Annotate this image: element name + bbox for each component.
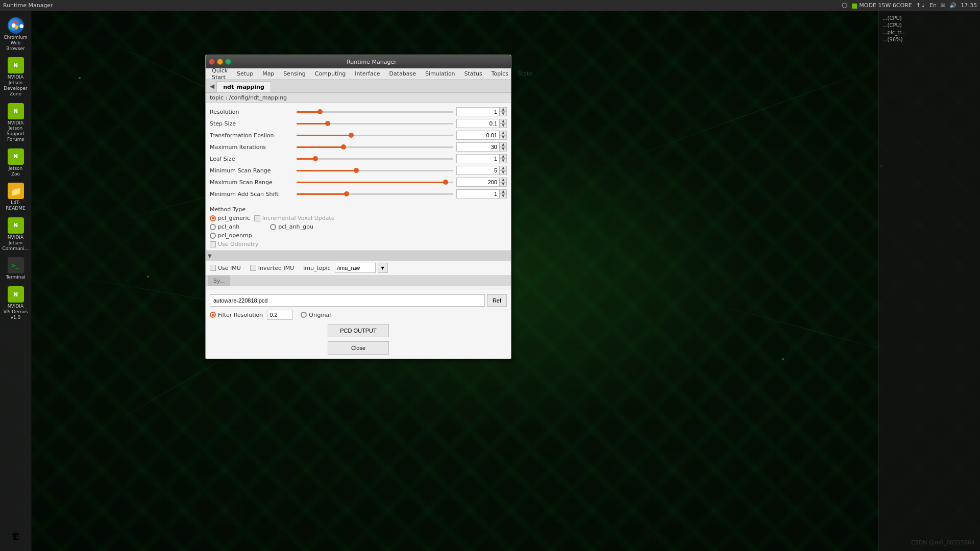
param-input-minimum-scan-range[interactable]	[456, 166, 500, 175]
tray-bluetooth[interactable]: ⬡	[842, 2, 847, 9]
param-slider-leaf-size[interactable]	[297, 155, 453, 163]
radio-original-input[interactable]	[301, 312, 307, 318]
radio-pcl-generic-input[interactable]	[210, 215, 216, 221]
spinner-up-minimum-scan-range[interactable]: ▲	[500, 166, 507, 170]
menu-quick-start[interactable]: Quick Start	[208, 66, 232, 82]
tray-volume[interactable]: 🔊	[949, 2, 957, 9]
tab-arrow-left[interactable]: ◀	[208, 82, 216, 91]
param-input-maximum-scan-range[interactable]	[456, 178, 500, 187]
checkbox-use-odometry[interactable]: Use Odometry	[210, 241, 507, 247]
checkbox-use-imu-input[interactable]	[210, 265, 216, 271]
imu-topic-dropdown[interactable]: ▼	[378, 263, 388, 273]
radio-pcl-openmp-input[interactable]	[210, 233, 216, 239]
menu-sensing[interactable]: Sensing	[279, 69, 309, 78]
imu-topic-input[interactable]	[335, 263, 376, 273]
dialog-minimize-button[interactable]: −	[217, 59, 223, 65]
checkbox-use-imu[interactable]: Use IMU	[210, 265, 241, 271]
sys-tab[interactable]: Sy...	[208, 276, 230, 286]
dock-item-trash[interactable]: 🗑	[2, 525, 30, 547]
checkbox-use-odometry-input[interactable]	[210, 241, 216, 247]
param-slider-maximum-iterations[interactable]	[297, 143, 453, 151]
param-input-step-size[interactable]	[456, 119, 500, 128]
spinner-up-step-size[interactable]: ▲	[500, 119, 507, 123]
pcd-ref-button[interactable]: Ref	[487, 294, 507, 307]
dock-item-terminal[interactable]: >_ Terminal	[2, 255, 30, 282]
param-slider-transformation-epsilon[interactable]	[297, 131, 453, 139]
spinner-down-minimum-add-scan-shift[interactable]: ▼	[500, 194, 507, 198]
param-slider-step-size[interactable]	[297, 119, 453, 128]
menu-state[interactable]: State	[513, 69, 536, 78]
menu-status[interactable]: Status	[460, 69, 486, 78]
slider-thumb[interactable]	[443, 180, 448, 185]
spinner-up-transformation-epsilon[interactable]: ▲	[500, 131, 507, 135]
dock-item-vpi[interactable]: N NVIDIAVPi Demosv1.0	[2, 284, 30, 322]
spinner-up-minimum-add-scan-shift[interactable]: ▲	[500, 189, 507, 194]
tab-ndt-mapping[interactable]: ndt_mapping	[216, 81, 271, 92]
spinner-down-maximum-iterations[interactable]: ▼	[500, 147, 507, 152]
spinner-down-transformation-epsilon[interactable]: ▼	[500, 135, 507, 140]
menu-database[interactable]: Database	[385, 69, 420, 78]
radio-filter-resolution[interactable]: Filter Resolution	[210, 312, 263, 318]
spinner-down-step-size[interactable]: ▼	[500, 123, 507, 128]
slider-thumb[interactable]	[325, 121, 330, 126]
spinner-up-resolution[interactable]: ▲	[500, 107, 507, 112]
spinner-up-maximum-scan-range[interactable]: ▲	[500, 178, 507, 182]
dock-item-jetson-zoo[interactable]: N JetsonZoo	[2, 146, 30, 179]
checkbox-incremental-voxel[interactable]: Incremental Voxel Update	[254, 215, 335, 221]
tray-language[interactable]: En	[929, 2, 937, 9]
close-button[interactable]: Close	[328, 341, 389, 355]
filter-resolution-value[interactable]	[267, 310, 292, 320]
radio-pcl-anh-gpu-input[interactable]	[270, 224, 276, 230]
menu-topics[interactable]: Topics	[487, 69, 512, 78]
dock-item-nvidia-developer[interactable]: N NVIDIAJetsonDeveloperZone	[2, 55, 30, 98]
spinner-down-leaf-size[interactable]: ▼	[500, 159, 507, 163]
spinner-down-maximum-scan-range[interactable]: ▼	[500, 182, 507, 187]
pcd-output-button[interactable]: PCD OUTPUT	[328, 324, 389, 337]
tray-mail[interactable]: ✉	[941, 2, 945, 9]
param-input-transformation-epsilon[interactable]	[456, 131, 500, 140]
param-input-minimum-add-scan-shift[interactable]	[456, 189, 500, 198]
dock-item-nvidia-comm[interactable]: N NVIDIAJetsonCommuni...	[2, 215, 30, 253]
radio-pcl-anh[interactable]: pcl_anh	[210, 223, 239, 230]
slider-thumb[interactable]	[341, 144, 346, 149]
param-input-maximum-iterations[interactable]	[456, 142, 500, 152]
menu-setup[interactable]: Setup	[233, 69, 257, 78]
spinner-up-maximum-iterations[interactable]: ▲	[500, 142, 507, 147]
spinner-down-minimum-scan-range[interactable]: ▼	[500, 170, 507, 175]
param-slider-minimum-add-scan-shift[interactable]	[297, 190, 453, 198]
dialog-maximize-button[interactable]: □	[225, 59, 231, 65]
dock-item-l4t[interactable]: 📁 L4T-README	[2, 181, 30, 213]
radio-pcl-anh-input[interactable]	[210, 224, 216, 230]
menu-simulation[interactable]: Simulation	[421, 69, 459, 78]
radio-original[interactable]: Original	[301, 312, 331, 318]
menu-interface[interactable]: Interface	[351, 69, 384, 78]
checkbox-inverted-imu-input[interactable]	[250, 265, 256, 271]
param-slider-resolution[interactable]	[297, 108, 453, 116]
param-row-transformation-epsilon: Transformation Epsilon ▲ ▼	[210, 130, 507, 141]
radio-filter-resolution-input[interactable]	[210, 312, 216, 318]
slider-thumb[interactable]	[317, 109, 323, 114]
pcd-filename-input[interactable]	[210, 294, 485, 307]
spinner-up-leaf-size[interactable]: ▲	[500, 154, 507, 159]
param-input-resolution[interactable]	[456, 107, 500, 116]
slider-thumb[interactable]	[344, 191, 349, 196]
radio-pcl-openmp[interactable]: pcl_openmp	[210, 232, 252, 239]
radio-pcl-anh-gpu[interactable]: pcl_anh_gpu	[270, 223, 313, 230]
menu-map[interactable]: Map	[258, 69, 278, 78]
dock-item-chromium[interactable]: ChromiumWebBrowser	[2, 15, 30, 53]
radio-pcl-generic[interactable]: pcl_generic	[210, 215, 250, 221]
spinner-down-resolution[interactable]: ▼	[500, 112, 507, 116]
slider-thumb[interactable]	[313, 156, 318, 161]
dialog-close-button[interactable]: ✕	[209, 59, 215, 65]
slider-fill	[297, 146, 344, 148]
param-input-leaf-size[interactable]	[456, 154, 500, 163]
param-slider-minimum-scan-range[interactable]	[297, 166, 453, 174]
checkbox-incremental-voxel-input[interactable]	[254, 215, 260, 221]
slider-thumb[interactable]	[349, 133, 354, 138]
tray-network[interactable]: ↑↓	[916, 2, 925, 9]
slider-thumb[interactable]	[354, 168, 359, 173]
checkbox-inverted-imu[interactable]: Inverted IMU	[250, 265, 294, 271]
dock-item-nvidia-support[interactable]: N NVIDIAJetsonSupportForums	[2, 101, 30, 144]
param-slider-maximum-scan-range[interactable]	[297, 178, 453, 186]
menu-computing[interactable]: Computing	[311, 69, 350, 78]
